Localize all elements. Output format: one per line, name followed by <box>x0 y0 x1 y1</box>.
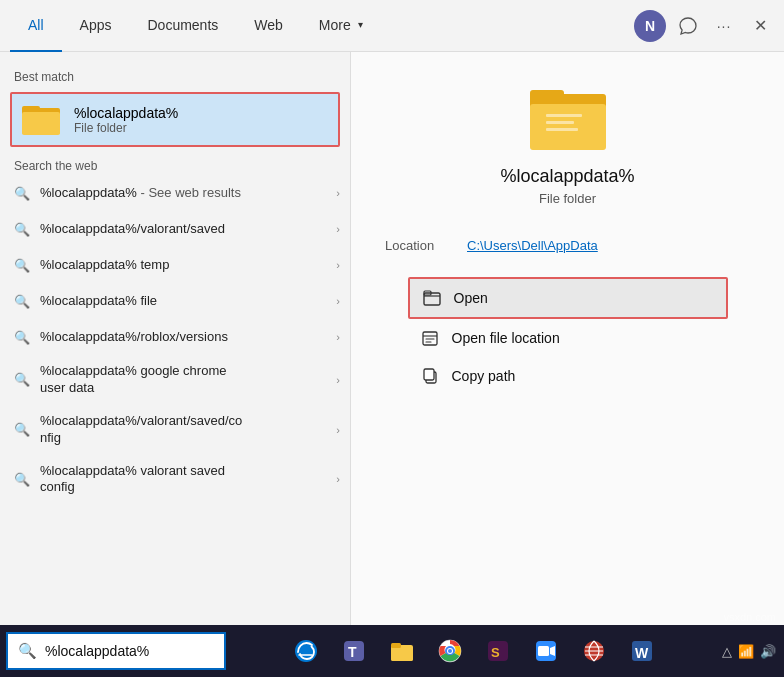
svg-rect-6 <box>546 114 582 117</box>
main-container: Best match %localappdata% File folder Se… <box>0 52 784 625</box>
avatar[interactable]: N <box>634 10 666 42</box>
best-match-label: Best match <box>0 64 350 88</box>
best-match-text: %localappdata% File folder <box>74 105 178 135</box>
svg-rect-5 <box>530 104 606 150</box>
search-icon: 🔍 <box>14 330 32 345</box>
taskbar-search-box[interactable]: 🔍 <box>6 632 226 670</box>
folder-icon-large <box>528 82 608 152</box>
system-tray: △ 📶 🔊 <box>722 644 776 659</box>
taskbar-edge-icon[interactable] <box>284 625 328 677</box>
list-item[interactable]: 🔍 %localappdata% google chromeuser data … <box>0 355 350 405</box>
chevron-right-icon: › <box>336 295 340 307</box>
taskbar-zoom-icon[interactable] <box>524 625 568 677</box>
result-text: %localappdata%/valorant/saved <box>40 221 328 238</box>
list-item[interactable]: 🔍 %localappdata% temp › <box>0 247 350 283</box>
right-panel: %localappdata% File folder Location C:\U… <box>351 52 784 625</box>
close-button[interactable]: ✕ <box>746 12 774 40</box>
search-icon: 🔍 <box>14 472 32 487</box>
chevron-right-icon: › <box>336 473 340 485</box>
tab-all[interactable]: All <box>10 0 62 52</box>
list-item[interactable]: 🔍 %localappdata% valorant savedconfig › <box>0 455 350 505</box>
taskbar-vpn-icon[interactable] <box>572 625 616 677</box>
tab-apps[interactable]: Apps <box>62 0 130 52</box>
result-text: %localappdata% file <box>40 293 328 310</box>
network-icon: 📶 <box>738 644 754 659</box>
svg-rect-8 <box>546 128 578 131</box>
location-label: Location <box>385 238 455 253</box>
taskbar-word-icon[interactable]: W <box>620 625 664 677</box>
right-panel-subtitle: File folder <box>539 191 596 206</box>
svg-rect-4 <box>530 90 564 102</box>
best-match-title: %localappdata% <box>74 105 178 121</box>
search-icon: 🔍 <box>14 294 32 309</box>
file-location-icon <box>420 328 440 348</box>
chevron-right-icon: › <box>336 424 340 436</box>
chevron-right-icon: › <box>336 374 340 386</box>
search-icon: 🔍 <box>14 222 32 237</box>
svg-rect-18 <box>391 643 401 648</box>
copy-path-button[interactable]: Copy path <box>408 357 728 395</box>
folder-icon-small <box>22 102 62 137</box>
feedback-button[interactable] <box>674 12 702 40</box>
taskbar-search-icon: 🔍 <box>18 642 37 660</box>
left-panel: Best match %localappdata% File folder Se… <box>0 52 350 625</box>
svg-point-24 <box>448 649 452 653</box>
svg-rect-19 <box>391 649 413 661</box>
svg-rect-2 <box>22 112 60 135</box>
action-list: Open Open file location <box>408 277 728 395</box>
taskbar-icons: T <box>226 625 722 677</box>
search-icon: 🔍 <box>14 186 32 201</box>
list-item[interactable]: 🔍 %localappdata% - See web results › <box>0 175 350 211</box>
search-input[interactable] <box>45 643 214 659</box>
nav-right-controls: N ··· ✕ <box>634 10 774 42</box>
volume-icon: 🔊 <box>760 644 776 659</box>
best-match-subtitle: File folder <box>74 121 178 135</box>
search-icon: 🔍 <box>14 372 32 387</box>
copy-path-label: Copy path <box>452 368 516 384</box>
copy-icon <box>420 366 440 386</box>
svg-rect-13 <box>424 369 434 380</box>
svg-text:S: S <box>491 645 500 660</box>
open-icon <box>422 288 442 308</box>
list-item[interactable]: 🔍 %localappdata% file › <box>0 283 350 319</box>
tray-icon-1: △ <box>722 644 732 659</box>
open-file-location-button[interactable]: Open file location <box>408 319 728 357</box>
svg-rect-28 <box>538 646 549 656</box>
list-item[interactable]: 🔍 %localappdata%/valorant/saved › <box>0 211 350 247</box>
search-icon: 🔍 <box>14 258 32 273</box>
svg-rect-1 <box>22 106 40 112</box>
taskbar-explorer-icon[interactable] <box>380 625 424 677</box>
search-web-label: Search the web <box>0 155 350 175</box>
tab-web[interactable]: Web <box>236 0 301 52</box>
right-panel-title: %localappdata% <box>500 166 634 187</box>
taskbar-teams-icon[interactable]: T <box>332 625 376 677</box>
list-item[interactable]: 🔍 %localappdata%/roblox/versions › <box>0 319 350 355</box>
result-text: %localappdata% google chromeuser data <box>40 363 328 397</box>
result-text: %localappdata%/roblox/versions <box>40 329 328 346</box>
taskbar: 🔍 T <box>0 625 784 677</box>
top-nav: All Apps Documents Web More ▾ N ··· ✕ <box>0 0 784 52</box>
tab-more[interactable]: More ▾ <box>301 0 381 52</box>
search-icon: 🔍 <box>14 422 32 437</box>
open-button[interactable]: Open <box>408 277 728 319</box>
location-path[interactable]: C:\Users\Dell\AppData <box>467 238 598 253</box>
chevron-right-icon: › <box>336 223 340 235</box>
location-row: Location C:\Users\Dell\AppData <box>371 230 764 261</box>
chevron-right-icon: › <box>336 187 340 199</box>
open-label: Open <box>454 290 488 306</box>
list-item[interactable]: 🔍 %localappdata%/valorant/saved/config › <box>0 405 350 455</box>
taskbar-slack-icon[interactable]: S <box>476 625 520 677</box>
best-match-item[interactable]: %localappdata% File folder <box>10 92 340 147</box>
chevron-right-icon: › <box>336 259 340 271</box>
taskbar-chrome-icon[interactable] <box>428 625 472 677</box>
open-file-location-label: Open file location <box>452 330 560 346</box>
result-text: %localappdata% - See web results <box>40 185 328 202</box>
tab-documents[interactable]: Documents <box>129 0 236 52</box>
more-options-button[interactable]: ··· <box>710 12 738 40</box>
taskbar-right: △ 📶 🔊 <box>722 644 784 659</box>
svg-text:T: T <box>348 644 357 660</box>
svg-text:W: W <box>635 645 649 661</box>
result-text: %localappdata% valorant savedconfig <box>40 463 328 497</box>
chevron-right-icon: › <box>336 331 340 343</box>
svg-rect-7 <box>546 121 574 124</box>
